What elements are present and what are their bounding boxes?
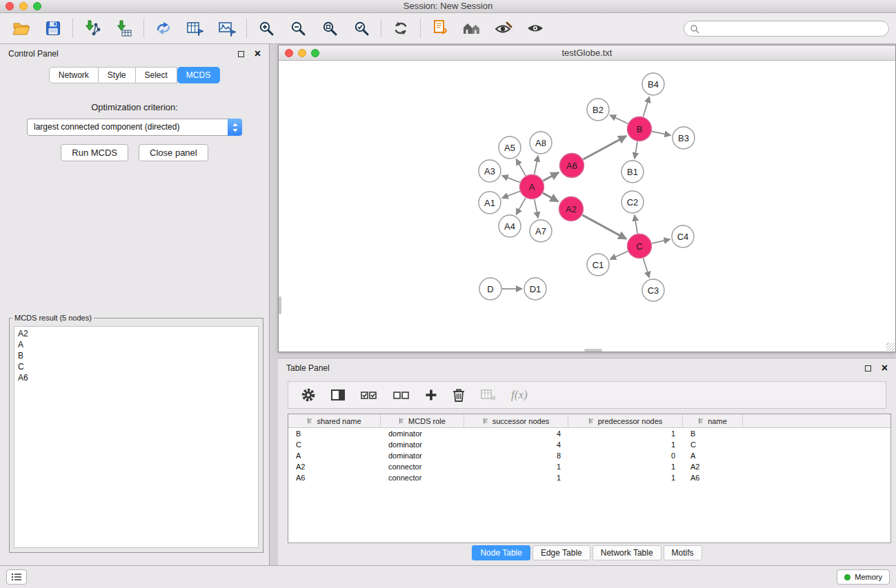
close-window-button[interactable] [6,2,14,10]
table-row[interactable]: Bdominator41B [288,428,890,439]
graph-edge[interactable] [535,156,539,174]
list-item[interactable]: A [18,339,255,350]
graph-node-C4[interactable]: C4 [672,225,694,247]
show-all-columns-icon[interactable] [360,389,378,401]
graph-node-B[interactable]: B [628,117,652,141]
tab-motifs[interactable]: Motifs [664,545,702,560]
close-panel-button[interactable]: Close panel [139,144,208,161]
minimize-window-button[interactable] [19,2,28,10]
graph-edge[interactable] [610,252,628,260]
network-canvas[interactable]: B4B2BB3A8A5A6A3B1AA1C2A2A4A7C4CC1C3DD1 [279,61,895,352]
graph-edge[interactable] [516,198,526,214]
table-row[interactable]: A6connector11A6 [288,472,890,483]
graph-node-B3[interactable]: B3 [673,127,695,149]
table-row[interactable]: A2connector11A2 [288,461,890,472]
network-graph[interactable]: B4B2BB3A8A5A6A3B1AA1C2A2A4A7C4CC1C3DD1 [279,61,895,352]
graph-edge[interactable] [543,193,558,201]
float-table-panel-icon[interactable] [865,365,871,372]
import-network-icon[interactable] [78,15,107,41]
horizontal-scroll-nub[interactable] [584,349,602,352]
network-window-titlebar[interactable]: testGlobe.txt [279,45,895,61]
graph-node-A3[interactable]: A3 [479,160,501,182]
network-from-table-icon[interactable] [181,15,210,41]
graph-edge[interactable] [543,172,559,181]
tab-network-table[interactable]: Network Table [593,545,661,560]
list-item[interactable]: A6 [18,372,255,383]
table-row[interactable]: Cdominator41C [288,439,890,450]
graph-edge[interactable] [652,239,670,243]
delete-columns-icon[interactable] [452,387,466,403]
graph-node-A7[interactable]: A7 [530,220,552,242]
graph-edge[interactable] [582,215,626,239]
mcds-result-list[interactable]: A2ABCA6 [14,326,259,548]
refresh-icon[interactable] [386,15,415,41]
save-session-icon[interactable] [39,15,68,41]
task-list-icon[interactable] [6,569,27,585]
select-columns-icon[interactable] [330,388,346,402]
graph-edge[interactable] [535,199,539,218]
float-panel-icon[interactable] [238,51,244,57]
function-builder-icon[interactable]: f(x) [511,388,528,402]
graph-node-A1[interactable]: A1 [479,192,501,214]
close-table-panel-icon[interactable]: × [882,365,888,372]
criterion-dropdown[interactable]: largest connected component (directed) [27,119,242,136]
resize-handle[interactable] [886,343,895,351]
graph-edge[interactable] [516,159,526,176]
graph-node-C3[interactable]: C3 [642,279,664,301]
graphics-details-icon[interactable] [489,15,518,41]
open-document-icon[interactable] [426,15,455,41]
graph-node-A6[interactable]: A6 [560,154,584,178]
vertical-scroll-nub[interactable] [279,296,281,314]
graph-node-D1[interactable]: D1 [524,278,546,300]
tab-node-table[interactable]: Node Table [472,545,530,560]
import-table-icon[interactable] [110,15,139,41]
search-box[interactable] [684,21,889,37]
graph-node-A4[interactable]: A4 [499,215,521,237]
zoom-in-icon[interactable] [252,15,281,41]
graph-node-A8[interactable]: A8 [530,132,552,154]
list-item[interactable]: C [18,361,255,372]
settings-gear-icon[interactable] [301,387,316,403]
graph-edge[interactable] [652,132,670,136]
network-zoom-button[interactable] [311,49,319,57]
tab-edge-table[interactable]: Edge Table [532,545,590,560]
zoom-out-icon[interactable] [283,15,312,41]
tab-network[interactable]: Network [49,67,99,83]
network-minimize-button[interactable] [298,49,306,57]
table-row[interactable]: Adominator80A [288,450,890,461]
memory-button[interactable]: Memory [837,569,890,585]
graph-node-B1[interactable]: B1 [621,161,644,183]
search-input[interactable] [703,21,888,36]
run-mcds-button[interactable]: Run MCDS [61,144,128,161]
network-close-button[interactable] [285,49,293,57]
home-icon[interactable] [457,15,486,41]
create-column-icon[interactable] [425,389,437,401]
zoom-selected-icon[interactable] [347,15,376,41]
graph-node-C1[interactable]: C1 [587,254,609,276]
column-header-MCDS-role[interactable]: MCDS role [381,414,464,427]
hide-all-columns-icon[interactable] [392,389,410,401]
open-session-icon[interactable] [7,15,36,41]
tab-select[interactable]: Select [136,67,177,83]
graph-node-A2[interactable]: A2 [559,197,584,221]
tab-style[interactable]: Style [99,67,136,83]
graph-edge[interactable] [610,115,628,123]
graph-node-A[interactable]: A [520,175,544,199]
column-header-shared-name[interactable]: shared name [288,414,381,427]
zoom-fit-icon[interactable] [315,15,344,41]
new-network-icon[interactable] [149,15,178,41]
list-item[interactable]: B [18,350,255,361]
close-panel-icon[interactable]: × [255,50,261,57]
graph-edge[interactable] [583,136,626,159]
graph-node-B2[interactable]: B2 [587,99,609,121]
graph-edge[interactable] [502,176,520,183]
graph-edge[interactable] [643,97,649,116]
graph-edge[interactable] [635,215,637,234]
graph-node-C[interactable]: C [628,234,652,258]
graph-edge[interactable] [502,192,520,199]
column-header-predecessor-nodes[interactable]: predecessor nodes [568,414,683,427]
graph-node-A5[interactable]: A5 [499,136,521,159]
graph-node-D[interactable]: D [479,278,501,300]
column-header-name[interactable]: name [683,414,743,427]
graph-edge[interactable] [644,258,650,278]
